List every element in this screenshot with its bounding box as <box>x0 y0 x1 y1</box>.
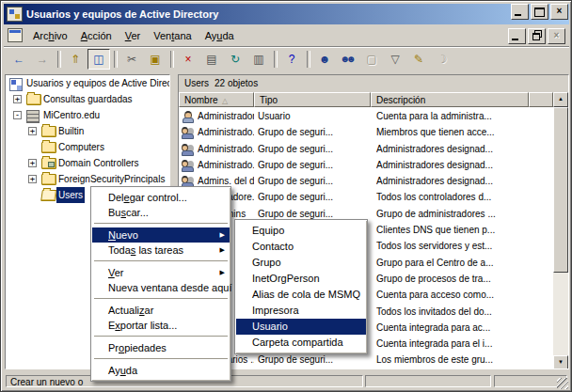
menu-item-grupo[interactable]: Grupo <box>236 255 366 271</box>
help-button[interactable]: ? <box>280 49 303 70</box>
ad-root-icon <box>9 78 23 91</box>
table-row[interactable]: Controladore...Grupo de seguri...Todos l… <box>179 190 555 206</box>
menu-item-nueva-ventana-desde-aqu[interactable]: Nueva ventana desde aquí <box>92 280 230 295</box>
group-icon <box>182 127 194 139</box>
menu-archivo[interactable]: Archivo <box>26 27 74 44</box>
column-header-descripcion[interactable]: Descripción <box>371 92 529 107</box>
menu-item-delegar-control[interactable]: Delegar control... <box>92 190 230 205</box>
forward-icon: → <box>37 54 48 65</box>
submenu-arrow-icon: ▶ <box>220 227 225 243</box>
folder-open-icon <box>40 190 57 201</box>
menu-item-equipo[interactable]: Equipo <box>236 223 366 239</box>
tree-item-micentro-edu[interactable]: -MiCentro.edu <box>6 107 169 123</box>
menu-item-buscar[interactable]: Buscar... <box>92 205 230 220</box>
collapse-icon[interactable]: - <box>13 111 22 119</box>
menu-acci-n[interactable]: Acción <box>74 27 119 44</box>
maximize-button[interactable] <box>531 4 548 20</box>
cell-descripcion: Grupo de administradores ... <box>376 209 551 219</box>
menu-item-actualizar[interactable]: Actualizar <box>92 303 230 318</box>
domain-icon <box>26 110 40 123</box>
cut-button[interactable]: ✂ <box>120 49 143 70</box>
tree-root-item[interactable]: Usuarios y equipos de Active Director <box>6 75 169 91</box>
child-restore-button[interactable] <box>528 28 546 44</box>
new-object-submenu: EquipoContactoGrupoInetOrgPersonAlias de… <box>234 219 368 354</box>
set-permissions-button[interactable]: ✎ <box>407 49 430 70</box>
table-row[interactable]: Admins. del d...Grupo de seguri...Admini… <box>179 174 555 190</box>
menu-ayuda[interactable]: Ayuda <box>199 27 241 44</box>
table-row[interactable]: Administrado...Grupo de seguri...Miembro… <box>179 125 555 141</box>
expand-icon[interactable]: + <box>13 95 22 103</box>
resize-grip[interactable] <box>557 378 568 389</box>
menu-item-alias-de-cola-de-msmq[interactable]: Alias de cola de MSMQ <box>236 287 366 303</box>
menu-item-ayuda[interactable]: Ayuda <box>92 363 230 378</box>
object-count: 22 objetos <box>214 78 258 88</box>
column-header-nombre[interactable]: Nombre △ <box>179 92 254 107</box>
filter-button[interactable]: ▽ <box>384 49 406 70</box>
expand-icon[interactable]: + <box>28 127 37 135</box>
menu-item-inetorgperson[interactable]: InetOrgPerson <box>236 271 366 287</box>
tree-item-label: Builtin <box>56 123 86 139</box>
cell-tipo: Grupo de seguri... <box>258 127 371 137</box>
folder-dc-icon <box>41 158 56 169</box>
menu-ver[interactable]: Ver <box>119 27 148 44</box>
tree-item-computers[interactable]: Computers <box>6 139 169 155</box>
tree-item-foreignsecurityprincipals[interactable]: +ForeignSecurityPrincipals <box>6 171 169 187</box>
refresh-button[interactable]: ↻ <box>224 49 246 70</box>
menu-item-usuario[interactable]: Usuario <box>236 319 366 335</box>
vertical-scrollbar[interactable]: ▲ ▼ <box>553 92 568 369</box>
cell-tipo: Grupo de seguri... <box>258 192 371 202</box>
menu-item-nuevo[interactable]: Nuevo▶ <box>92 227 230 243</box>
table-row[interactable]: AdministradorUsuarioCuenta para la admin… <box>179 109 555 125</box>
child-minimize-button[interactable] <box>508 28 526 44</box>
cell-nombre: Administrado... <box>198 144 254 154</box>
scroll-up-button[interactable]: ▲ <box>553 92 568 107</box>
menu-separator <box>94 223 228 225</box>
table-row[interactable]: Administrado...Grupo de seguri...Adminis… <box>179 158 555 174</box>
minimize-button[interactable] <box>511 4 529 20</box>
table-row[interactable]: Propietarios ...Grupo de seguri...Los mi… <box>179 353 555 368</box>
cell-tipo: Grupo de seguri... <box>258 144 371 154</box>
new-user-button[interactable]: ☻ <box>313 49 336 70</box>
menu-ventana[interactable]: Ventana <box>147 27 198 44</box>
new-ou-icon: ▢ <box>366 54 376 65</box>
properties-button[interactable]: ▤ <box>200 49 223 70</box>
scrollbar-thumb[interactable] <box>553 107 568 273</box>
show-hide-console-tree-button[interactable]: ◫ <box>87 49 110 70</box>
expand-icon[interactable]: + <box>28 159 37 167</box>
menu-item-carpeta-compartida[interactable]: Carpeta compartida <box>236 335 366 351</box>
menu-item-todas-las-tareas[interactable]: Todas las tareas▶ <box>92 243 230 258</box>
tree-item-domain-controllers[interactable]: +Domain Controllers <box>6 155 169 171</box>
close-button[interactable]: × <box>550 4 568 20</box>
expand-icon[interactable]: + <box>28 175 37 183</box>
menu-item-ver[interactable]: Ver▶ <box>92 265 230 280</box>
application-window: Usuarios y equipos de Active Directory ×… <box>0 0 572 392</box>
tree-item-builtin[interactable]: +Builtin <box>6 123 169 139</box>
up-one-level-button[interactable]: ⇑ <box>64 49 87 70</box>
back-button[interactable]: ← <box>8 49 30 70</box>
user-icon <box>182 111 194 123</box>
cut-icon: ✂ <box>127 54 136 65</box>
child-close-button[interactable]: × <box>548 28 565 44</box>
advanced-button[interactable]: ☽ <box>431 49 453 70</box>
tree-item-consultas-guardadas[interactable]: +Consultas guardadas <box>6 91 169 107</box>
table-row[interactable]: Administrado...Grupo de seguri...Adminis… <box>179 142 555 158</box>
cell-descripcion: Clientes DNS que tienen p... <box>376 225 551 235</box>
cell-descripcion: Cuenta integrada para el i... <box>376 338 551 349</box>
paste-button[interactable]: ▣ <box>144 49 167 70</box>
menu-item-propiedades[interactable]: Propiedades <box>92 340 230 355</box>
cell-descripcion: Cuenta para la administra... <box>376 111 551 121</box>
scroll-down-button[interactable]: ▼ <box>553 355 568 369</box>
forward-button[interactable]: → <box>31 49 54 70</box>
toolbar-separator <box>274 51 278 68</box>
delete-button[interactable]: × <box>177 49 199 70</box>
cell-descripcion: Cuenta para acceso como... <box>376 290 551 300</box>
tree-root-label: Usuarios y equipos de Active Director <box>24 75 170 91</box>
title-bar[interactable]: Usuarios y equipos de Active Directory <box>4 4 569 24</box>
menu-item-impresora[interactable]: Impresora <box>236 303 366 319</box>
menu-item-contacto[interactable]: Contacto <box>236 239 366 255</box>
export-list-button[interactable]: ▥ <box>247 49 270 70</box>
menu-item-exportar-lista[interactable]: Exportar lista... <box>92 318 230 333</box>
new-ou-button[interactable]: ▢ <box>360 49 383 70</box>
new-group-button[interactable]: ☻☻ <box>337 49 359 70</box>
column-header-tipo[interactable]: Tipo <box>254 92 371 107</box>
